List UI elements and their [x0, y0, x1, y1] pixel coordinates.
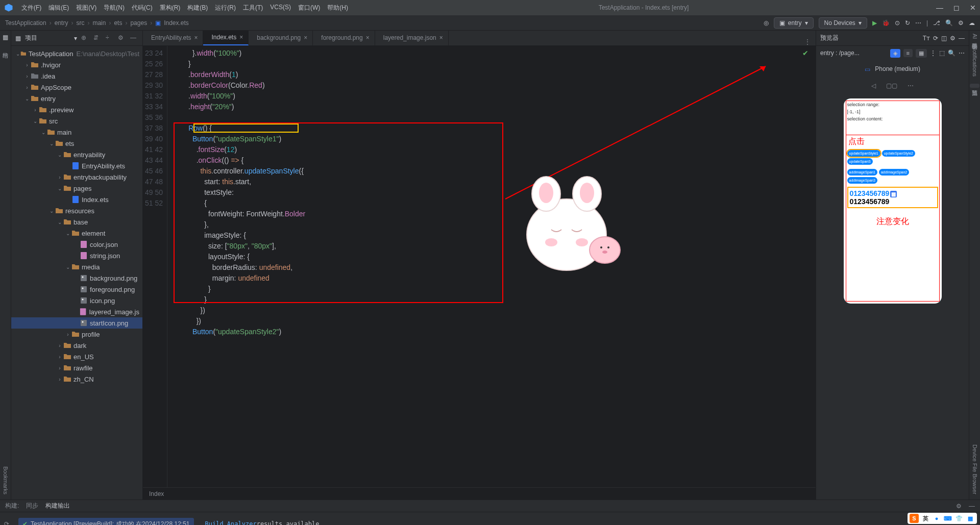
previewer-tab[interactable]: 预览器 [970, 84, 979, 88]
more-icon[interactable]: ⋯ [908, 82, 914, 89]
ai-tab[interactable]: AI助手服务体验 [971, 34, 978, 39]
refresh-icon[interactable]: ⟳ [933, 35, 938, 42]
editor-tab[interactable]: EntryAbility.ets× [143, 30, 203, 45]
project-tool-icon[interactable]: ▦ [3, 34, 8, 41]
preview-button[interactable]: addImageSpan2 [879, 169, 909, 176]
run-icon[interactable]: ▶ [872, 19, 877, 27]
close-tab-icon[interactable]: × [194, 34, 198, 41]
tree-node[interactable]: icon.png [11, 295, 142, 306]
menu-item[interactable]: 视图(V) [73, 2, 100, 14]
sync-tab[interactable]: 同步 [26, 502, 38, 510]
layer-icon[interactable]: ◈ [890, 49, 900, 58]
menu-item[interactable]: 窗口(W) [295, 2, 323, 14]
tree-node[interactable]: ›.idea [11, 70, 142, 82]
tree-node[interactable]: ›.preview [11, 104, 142, 115]
preview-button[interactable]: updateSpanS [847, 158, 873, 165]
menu-item[interactable]: 重构(R) [157, 2, 184, 14]
tree-node[interactable]: ⌄TestApplicationE:\nana\Desktop\Test [11, 48, 142, 59]
device-combo[interactable]: No Devices▾ [819, 17, 867, 29]
tree-node[interactable]: ›.hvigor [11, 59, 142, 70]
breadcrumb-item[interactable]: pages [130, 19, 147, 27]
breadcrumb-item[interactable]: entry [55, 19, 68, 27]
expand-icon[interactable]: ⇵ [93, 34, 102, 42]
tree-node[interactable]: ›zh_CN [11, 373, 142, 385]
menu-item[interactable]: 导航(N) [101, 2, 128, 14]
editor-tab[interactable]: Index.ets× [203, 30, 249, 45]
hide-icon[interactable]: — [130, 34, 138, 42]
tree-node[interactable]: ›profile [11, 329, 142, 340]
collapse-icon[interactable]: ÷ [106, 34, 114, 42]
ime-apps-icon[interactable]: ▦ [966, 514, 975, 523]
breadcrumb-item[interactable]: src [76, 19, 84, 27]
tree-node[interactable]: ⌄ets [11, 138, 142, 149]
project-tree[interactable]: ⌄TestApplicationE:\nana\Desktop\Test›.hv… [11, 46, 142, 499]
maximize-button[interactable]: ◻ [953, 4, 960, 12]
settings-icon[interactable]: ⚙ [958, 19, 964, 27]
tree-node[interactable]: ›dark [11, 340, 142, 351]
restart-icon[interactable]: ⟳ [0, 520, 13, 525]
ime-shirt-icon[interactable]: 👕 [954, 514, 964, 523]
editor-tab[interactable]: foreground.png× [313, 30, 375, 45]
build-status[interactable]: ✔ TestApplication [PreviewBuild]: 成功的 在2… [18, 518, 194, 526]
breadcrumb-item[interactable]: ets [114, 19, 122, 27]
close-tab-icon[interactable]: × [366, 34, 370, 41]
menu-icon[interactable]: ⋯ [959, 49, 965, 57]
close-button[interactable]: ✕ [970, 4, 976, 12]
tree-node[interactable]: EntryAbility.ets [11, 160, 142, 171]
ime-keyboard-icon[interactable]: ⌨ [943, 514, 952, 523]
grid-icon[interactable]: ▦ [916, 49, 927, 58]
gear-icon[interactable]: ⚙ [956, 503, 962, 510]
select-opened-icon[interactable]: ⊕ [81, 34, 89, 42]
tree-node[interactable]: string.json [11, 250, 142, 261]
tree-node[interactable]: ⌄element [11, 228, 142, 239]
tree-node[interactable]: layered_image.js [11, 306, 142, 317]
cloud-icon[interactable]: ☁ [969, 19, 975, 27]
tabs-more-icon[interactable]: ⋮ [799, 38, 816, 45]
text-icon[interactable]: Tᴛ [923, 35, 930, 42]
ime-lang[interactable]: 英 [921, 514, 930, 523]
breadcrumb-item[interactable]: Index.ets [164, 19, 189, 27]
code-text[interactable]: }.width("100%") } .borderWidth(1) .borde… [167, 46, 816, 487]
tree-node[interactable]: Index.ets [11, 194, 142, 205]
menu-item[interactable]: 代码(C) [129, 2, 156, 14]
menu-item[interactable]: 帮助(H) [324, 2, 351, 14]
rotate-icon[interactable]: ◫ [941, 35, 947, 42]
menu-item[interactable]: 工具(T) [240, 2, 266, 14]
menu-item[interactable]: 编辑(E) [45, 2, 72, 14]
close-tab-icon[interactable]: × [439, 34, 443, 41]
tree-node[interactable]: background.png [11, 272, 142, 284]
home-icon[interactable]: ▢▢ [886, 82, 897, 89]
tree-node[interactable]: ›rawfile [11, 362, 142, 373]
tree-node[interactable]: ⌄src [11, 115, 142, 127]
target-icon[interactable]: ◎ [764, 19, 769, 27]
tree-node[interactable]: ⌄main [11, 127, 142, 138]
git-icon[interactable]: ⎇ [933, 19, 940, 27]
notifications-tab[interactable]: Notifications [972, 46, 978, 77]
tree-node[interactable]: foreground.png [11, 284, 142, 295]
preview-button[interactable]: updateSpanStyle1 [847, 150, 880, 157]
hide-icon[interactable]: — [959, 35, 965, 42]
menu-item[interactable]: 运行(R) [212, 2, 239, 14]
device-file-tab[interactable]: Device File Browser [972, 444, 978, 494]
tree-node[interactable]: startIcon.png [11, 317, 142, 329]
build-analyzer-link[interactable]: Build Analyzer [205, 520, 257, 525]
crop-icon[interactable]: ⬚ [939, 49, 945, 57]
editor-tab[interactable]: background.png× [249, 30, 313, 45]
zoom-icon[interactable]: 🔍 [948, 49, 955, 57]
tree-node[interactable]: ⌄pages [11, 183, 142, 194]
tree-node[interactable]: color.json [11, 239, 142, 250]
editor-breadcrumb[interactable]: Index [143, 487, 816, 499]
gear-icon[interactable]: ⚙ [950, 35, 955, 42]
restart-icon[interactable]: ↻ [905, 19, 910, 27]
tree-node[interactable]: ⌄base [11, 216, 142, 228]
menu-item[interactable]: 构建(B) [184, 2, 211, 14]
tree-node[interactable]: ⌄entry [11, 93, 142, 104]
menu-item[interactable]: 文件(F) [18, 2, 44, 14]
breadcrumb-item[interactable]: main [92, 19, 106, 27]
ime-dot-icon[interactable]: ● [932, 514, 941, 523]
tree-node[interactable]: ⌄media [11, 261, 142, 272]
preview-button[interactable]: addImageSpan1 [847, 169, 877, 176]
inspection-ok-icon[interactable]: ✔ [802, 49, 808, 57]
tree-node[interactable]: ›en_US [11, 351, 142, 362]
stack-icon[interactable]: ≡ [903, 49, 913, 57]
